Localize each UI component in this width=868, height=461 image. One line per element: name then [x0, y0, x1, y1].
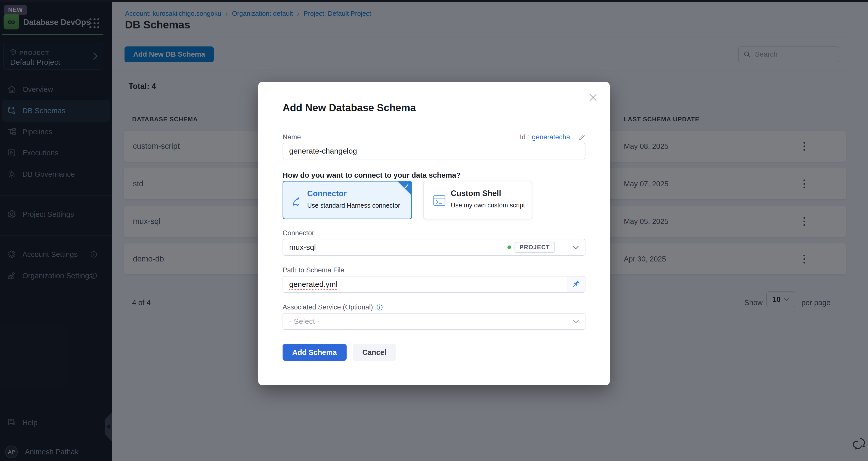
- id-value-link[interactable]: generatecha...: [532, 133, 576, 141]
- close-icon[interactable]: [587, 92, 599, 103]
- check-icon: ✓: [404, 183, 409, 191]
- path-label: Path to Schema File: [283, 266, 585, 274]
- connect-question: How do you want to connect to your data …: [283, 171, 461, 179]
- name-input[interactable]: generate-changelog: [283, 143, 585, 159]
- associated-service-select[interactable]: - Select -: [283, 313, 585, 330]
- name-label-row: Name Id : generatecha...: [283, 133, 585, 141]
- name-label: Name: [283, 133, 301, 141]
- service-label-row: Associated Service (Optional): [283, 303, 585, 311]
- option-card-connector[interactable]: ✓ Connector Use standard Harness connect…: [283, 181, 412, 219]
- terminal-icon: [433, 194, 446, 207]
- cancel-button[interactable]: Cancel: [353, 344, 396, 361]
- add-schema-button[interactable]: Add Schema: [283, 344, 347, 361]
- service-label: Associated Service (Optional): [283, 303, 373, 311]
- connector-label: Connector: [283, 229, 585, 237]
- scope-badge: PROJECT: [515, 242, 555, 253]
- option-card-custom-shell[interactable]: Custom Shell Use my own custom script: [423, 181, 532, 219]
- connector-branch-icon: [290, 194, 304, 207]
- pin-icon[interactable]: [567, 276, 585, 292]
- info-icon[interactable]: [376, 304, 383, 311]
- chevron-down-icon: [573, 245, 579, 249]
- path-input[interactable]: generated.yml: [283, 276, 585, 293]
- connector-select[interactable]: mux-sql PROJECT: [283, 239, 585, 256]
- id-prefix: Id :: [520, 133, 530, 141]
- connectivity-status-dot: [507, 245, 511, 249]
- chevron-down-icon: [573, 320, 579, 323]
- app-root: NEW ∞ Database DevOps PROJECT Default Pr…: [0, 0, 868, 461]
- edit-pencil-icon[interactable]: [578, 134, 585, 141]
- add-schema-modal: Add New Database Schema Name Id : genera…: [258, 82, 610, 385]
- modal-title: Add New Database Schema: [283, 102, 416, 113]
